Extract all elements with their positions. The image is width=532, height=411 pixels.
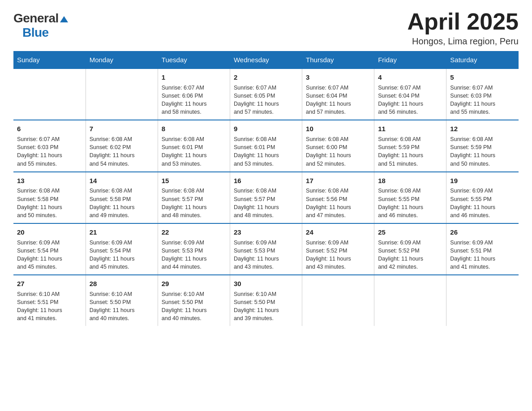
day-number: 17 <box>306 176 370 186</box>
day-number: 4 <box>378 73 442 82</box>
calendar-week-row: 27Sunrise: 6:10 AMSunset: 5:51 PMDayligh… <box>13 275 519 326</box>
day-number: 23 <box>234 227 298 237</box>
day-number: 27 <box>17 279 82 289</box>
calendar-empty-cell <box>13 68 86 120</box>
day-info: Sunrise: 6:08 AMSunset: 6:01 PMDaylight:… <box>162 135 226 168</box>
day-info: Sunrise: 6:10 AMSunset: 5:50 PMDaylight:… <box>234 290 298 323</box>
day-info: Sunrise: 6:09 AMSunset: 5:54 PMDaylight:… <box>90 239 154 271</box>
calendar-day-22: 22Sunrise: 6:09 AMSunset: 5:53 PMDayligh… <box>158 223 230 275</box>
logo: General Blue <box>13 9 68 40</box>
day-info: Sunrise: 6:09 AMSunset: 5:52 PMDaylight:… <box>306 239 370 271</box>
calendar-header-sunday: Sunday <box>13 51 86 69</box>
day-number: 29 <box>162 279 226 289</box>
title-area: April 2025 Hongos, Lima region, Peru <box>407 9 519 47</box>
day-info: Sunrise: 6:08 AMSunset: 5:59 PMDaylight:… <box>378 135 442 168</box>
day-number: 22 <box>162 227 226 237</box>
page-subtitle: Hongos, Lima region, Peru <box>407 36 519 47</box>
calendar-empty-cell <box>302 275 374 326</box>
calendar-day-4: 4Sunrise: 6:07 AMSunset: 6:04 PMDaylight… <box>374 68 446 120</box>
day-number: 12 <box>450 124 515 134</box>
calendar-week-row: 20Sunrise: 6:09 AMSunset: 5:54 PMDayligh… <box>13 223 519 275</box>
calendar-week-row: 6Sunrise: 6:07 AMSunset: 6:03 PMDaylight… <box>13 120 519 171</box>
day-number: 11 <box>378 124 442 134</box>
calendar-day-9: 9Sunrise: 6:08 AMSunset: 6:01 PMDaylight… <box>230 120 302 171</box>
day-info: Sunrise: 6:07 AMSunset: 6:05 PMDaylight:… <box>234 84 298 116</box>
calendar-header-saturday: Saturday <box>446 51 519 69</box>
calendar-empty-cell <box>446 275 519 326</box>
day-info: Sunrise: 6:08 AMSunset: 5:58 PMDaylight:… <box>17 187 82 219</box>
calendar-week-row: 1Sunrise: 6:07 AMSunset: 6:06 PMDaylight… <box>13 68 519 120</box>
calendar-day-16: 16Sunrise: 6:08 AMSunset: 5:57 PMDayligh… <box>230 172 302 223</box>
day-number: 10 <box>306 124 370 134</box>
calendar-week-row: 13Sunrise: 6:08 AMSunset: 5:58 PMDayligh… <box>13 172 519 223</box>
calendar-day-19: 19Sunrise: 6:09 AMSunset: 5:55 PMDayligh… <box>446 172 519 223</box>
day-number: 18 <box>378 176 442 186</box>
page-header: General Blue April 2025 Hongos, Lima reg… <box>13 9 519 47</box>
day-number: 7 <box>90 124 154 134</box>
day-info: Sunrise: 6:08 AMSunset: 6:02 PMDaylight:… <box>90 135 154 168</box>
day-number: 2 <box>234 73 298 82</box>
calendar-day-24: 24Sunrise: 6:09 AMSunset: 5:52 PMDayligh… <box>302 223 374 275</box>
day-number: 30 <box>234 279 298 289</box>
day-number: 15 <box>162 176 226 186</box>
day-number: 1 <box>162 73 226 82</box>
day-info: Sunrise: 6:09 AMSunset: 5:53 PMDaylight:… <box>234 239 298 271</box>
day-number: 6 <box>17 124 82 134</box>
calendar-day-8: 8Sunrise: 6:08 AMSunset: 6:01 PMDaylight… <box>158 120 230 171</box>
calendar-day-6: 6Sunrise: 6:07 AMSunset: 6:03 PMDaylight… <box>13 120 86 171</box>
logo-blue-text: Blue <box>13 26 49 40</box>
day-number: 14 <box>90 176 154 186</box>
calendar-day-25: 25Sunrise: 6:09 AMSunset: 5:52 PMDayligh… <box>374 223 446 275</box>
calendar-body: 1Sunrise: 6:07 AMSunset: 6:06 PMDaylight… <box>13 68 519 326</box>
page-title: April 2025 <box>407 9 519 34</box>
calendar-day-29: 29Sunrise: 6:10 AMSunset: 5:50 PMDayligh… <box>158 275 230 326</box>
calendar-day-5: 5Sunrise: 6:07 AMSunset: 6:03 PMDaylight… <box>446 68 519 120</box>
day-number: 16 <box>234 176 298 186</box>
calendar-header-friday: Friday <box>374 51 446 69</box>
day-info: Sunrise: 6:09 AMSunset: 5:52 PMDaylight:… <box>378 239 442 271</box>
day-number: 13 <box>17 176 82 186</box>
calendar-header-tuesday: Tuesday <box>158 51 230 69</box>
day-info: Sunrise: 6:07 AMSunset: 6:06 PMDaylight:… <box>162 84 226 116</box>
calendar-day-11: 11Sunrise: 6:08 AMSunset: 5:59 PMDayligh… <box>374 120 446 171</box>
calendar-day-15: 15Sunrise: 6:08 AMSunset: 5:57 PMDayligh… <box>158 172 230 223</box>
calendar-header-thursday: Thursday <box>302 51 374 69</box>
day-number: 25 <box>378 227 442 237</box>
day-number: 20 <box>17 227 82 237</box>
day-number: 3 <box>306 73 370 82</box>
calendar-day-7: 7Sunrise: 6:08 AMSunset: 6:02 PMDaylight… <box>86 120 158 171</box>
calendar-day-26: 26Sunrise: 6:09 AMSunset: 5:51 PMDayligh… <box>446 223 519 275</box>
calendar-day-2: 2Sunrise: 6:07 AMSunset: 6:05 PMDaylight… <box>230 68 302 120</box>
day-info: Sunrise: 6:08 AMSunset: 5:57 PMDaylight:… <box>234 187 298 219</box>
calendar-day-14: 14Sunrise: 6:08 AMSunset: 5:58 PMDayligh… <box>86 172 158 223</box>
day-info: Sunrise: 6:09 AMSunset: 5:53 PMDaylight:… <box>162 239 226 271</box>
day-number: 5 <box>450 73 515 82</box>
calendar-day-10: 10Sunrise: 6:08 AMSunset: 6:00 PMDayligh… <box>302 120 374 171</box>
calendar-day-3: 3Sunrise: 6:07 AMSunset: 6:04 PMDaylight… <box>302 68 374 120</box>
day-info: Sunrise: 6:08 AMSunset: 5:59 PMDaylight:… <box>450 135 515 168</box>
calendar-empty-cell <box>86 68 158 120</box>
day-info: Sunrise: 6:08 AMSunset: 6:00 PMDaylight:… <box>306 135 370 168</box>
calendar-day-23: 23Sunrise: 6:09 AMSunset: 5:53 PMDayligh… <box>230 223 302 275</box>
calendar-day-18: 18Sunrise: 6:08 AMSunset: 5:55 PMDayligh… <box>374 172 446 223</box>
day-info: Sunrise: 6:10 AMSunset: 5:50 PMDaylight:… <box>162 290 226 323</box>
day-info: Sunrise: 6:07 AMSunset: 6:03 PMDaylight:… <box>450 84 515 116</box>
calendar-day-28: 28Sunrise: 6:10 AMSunset: 5:50 PMDayligh… <box>86 275 158 326</box>
calendar-day-21: 21Sunrise: 6:09 AMSunset: 5:54 PMDayligh… <box>86 223 158 275</box>
day-info: Sunrise: 6:07 AMSunset: 6:04 PMDaylight:… <box>378 84 442 116</box>
calendar-header: SundayMondayTuesdayWednesdayThursdayFrid… <box>13 51 519 69</box>
day-number: 24 <box>306 227 370 237</box>
day-info: Sunrise: 6:08 AMSunset: 5:55 PMDaylight:… <box>378 187 442 219</box>
day-number: 9 <box>234 124 298 134</box>
calendar-day-17: 17Sunrise: 6:08 AMSunset: 5:56 PMDayligh… <box>302 172 374 223</box>
day-info: Sunrise: 6:10 AMSunset: 5:51 PMDaylight:… <box>17 290 82 323</box>
calendar-header-monday: Monday <box>86 51 158 69</box>
svg-marker-0 <box>60 16 68 22</box>
day-info: Sunrise: 6:08 AMSunset: 5:56 PMDaylight:… <box>306 187 370 219</box>
day-number: 8 <box>162 124 226 134</box>
day-info: Sunrise: 6:08 AMSunset: 5:57 PMDaylight:… <box>162 187 226 219</box>
calendar-day-1: 1Sunrise: 6:07 AMSunset: 6:06 PMDaylight… <box>158 68 230 120</box>
day-number: 19 <box>450 176 515 186</box>
calendar-day-27: 27Sunrise: 6:10 AMSunset: 5:51 PMDayligh… <box>13 275 86 326</box>
day-info: Sunrise: 6:08 AMSunset: 5:58 PMDaylight:… <box>90 187 154 219</box>
